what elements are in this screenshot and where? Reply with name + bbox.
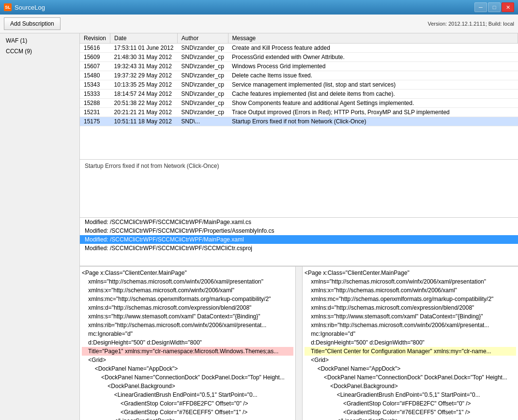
cell-revision: 15231 — [80, 108, 110, 117]
diff-line: </LinearGradientBrush> — [82, 417, 293, 420]
diff-line: d:DesignHeight="500" d:DesignWidth="800" — [305, 338, 516, 347]
cell-author: SND\rzander_cp — [177, 80, 228, 90]
diff-line: mc:Ignorable="d" — [82, 330, 293, 338]
sidebar-item-cccm[interactable]: CCCM (9) — [0, 46, 79, 57]
cell-author: SND\rzander_cp — [177, 62, 228, 71]
col-author: Author — [177, 33, 228, 44]
diff-pane-left[interactable]: <Page x:Class="ClientCenter.MainPage" xm… — [80, 267, 296, 420]
cell-author: SND\rzander_cp — [177, 53, 228, 62]
col-date: Date — [110, 33, 178, 44]
modified-files-area: Modified: /SCCMCliCtrWPF/SCCMCliCtrWPF/M… — [80, 218, 518, 266]
cell-revision: 15609 — [80, 53, 110, 62]
main-content: WAF (1) CCCM (9) Revision Date Author Me… — [0, 33, 518, 420]
sidebar-item-waf[interactable]: WAF (1) — [0, 35, 79, 46]
message-text: Startup Errors fixed if not from Network… — [85, 163, 513, 169]
diff-line: <LinearGradientBrush EndPoint="0.5,1" St… — [305, 390, 516, 399]
table-header-row: Revision Date Author Message — [80, 33, 518, 44]
table-row[interactable]: 1533318:14:57 24 May 2012SND\rzander_cpC… — [80, 90, 518, 99]
cell-author: SND\rzander_cp — [177, 99, 228, 108]
diff-line: </LinearGradientBrush> — [305, 417, 516, 420]
diff-line: <DockPanel Name="ConnectionDock" DockPan… — [305, 373, 516, 382]
table-row[interactable]: 1561617:53:11 01 June 2012SND\rzander_cp… — [80, 44, 518, 53]
add-subscription-button[interactable]: Add Subscription — [4, 17, 61, 30]
cell-date: 17:53:11 01 June 2012 — [110, 44, 178, 53]
diff-line: <Grid> — [305, 356, 516, 364]
col-revision: Revision — [80, 33, 110, 44]
cell-date: 19:37:32 29 May 2012 — [110, 71, 178, 80]
cell-date: 19:32:43 31 May 2012 — [110, 62, 178, 71]
diff-line: <GradientStop Color="#76ECEFF5" Offset="… — [305, 408, 516, 417]
cell-message: Cache features implemented (list and del… — [228, 90, 518, 99]
diff-line: <DockPanel Name="AppDock"> — [82, 364, 293, 373]
right-panel: Revision Date Author Message 1561617:53:… — [80, 33, 518, 420]
cell-date: 10:13:35 25 May 2012 — [110, 80, 178, 90]
diff-line: <Page x:Class="ClientCenter.MainPage" — [305, 269, 516, 277]
revision-table-wrapper[interactable]: Revision Date Author Message 1561617:53:… — [80, 33, 518, 159]
cell-message: Trace Output improved (Errors in Red); H… — [228, 108, 518, 117]
cell-revision: 15480 — [80, 71, 110, 80]
diff-content-left: <Page x:Class="ClientCenter.MainPage" xm… — [80, 267, 295, 420]
cell-message: Windows Process Grid implemented — [228, 62, 518, 71]
diff-area: <Page x:Class="ClientCenter.MainPage" xm… — [80, 266, 518, 420]
table-row[interactable]: 1548019:37:32 29 May 2012SND\rzander_cpD… — [80, 71, 518, 80]
diff-line: <DockPanel Name="ConnectionDock" DockPan… — [82, 373, 293, 382]
cell-message: Create and Kill Process feature added — [228, 44, 518, 53]
message-area: Startup Errors fixed if not from Network… — [80, 160, 518, 218]
diff-line: <DockPanel.Background> — [82, 382, 293, 390]
revision-area: Revision Date Author Message 1561617:53:… — [80, 33, 518, 160]
diff-line: <DockPanel Name="AppDock"> — [305, 364, 516, 373]
modified-file-item[interactable]: Modified: /SCCMCliCtrWPF/SCCMCliCtrWPF/M… — [80, 218, 518, 226]
modified-file-item[interactable]: Modified: /SCCMCliCtrWPF/SCCMCliCtrWPF/M… — [80, 235, 518, 244]
title-bar-left: SL SourceLog — [4, 3, 45, 11]
diff-line: xmlns:s="http://www.stemasoft.com/xaml" … — [82, 312, 293, 321]
table-row[interactable]: 1528820:51:38 22 May 2012SND\rzander_cpS… — [80, 99, 518, 108]
diff-line: xmlns="http://schemas.microsoft.com/winf… — [82, 277, 293, 286]
diff-line: xmlns:s="http://www.stemasoft.com/xaml" … — [305, 312, 516, 321]
diff-line: xmlns:d="http://schemas.microsoft.com/ex… — [305, 303, 516, 312]
cell-revision: 15175 — [80, 117, 110, 126]
diff-line: <GradientStop Color="#FFD8E2FC" Offset="… — [305, 399, 516, 408]
diff-pane-right[interactable]: <Page x:Class="ClientCenter.MainPage" xm… — [303, 267, 518, 420]
modified-file-item[interactable]: Modified: /SCCMCliCtrWPF/SCCMCliCtrWPF/P… — [80, 226, 518, 235]
diff-line: <GradientStop Color="#76ECEFF5" Offset="… — [82, 408, 293, 417]
cell-author: SND\rzander_cp — [177, 90, 228, 99]
cell-author: SND\rzander_cp — [177, 108, 228, 117]
minimize-button[interactable]: ─ — [474, 2, 487, 12]
diff-line: <GradientStop Color="#FFD8E2FC" Offset="… — [82, 399, 293, 408]
cell-date: 18:14:57 24 May 2012 — [110, 90, 178, 99]
diff-content-right: <Page x:Class="ClientCenter.MainPage" xm… — [303, 267, 518, 420]
diff-line: <LinearGradientBrush EndPoint="0.5,1" St… — [82, 390, 293, 399]
restore-button[interactable]: □ — [488, 2, 501, 12]
window-controls: ─ □ ✕ — [474, 2, 514, 12]
cell-revision: 15333 — [80, 90, 110, 99]
table-row[interactable]: 1560921:48:30 31 May 2012SND\rzander_cpP… — [80, 53, 518, 62]
table-row[interactable]: 1560719:32:43 31 May 2012SND\rzander_cpW… — [80, 62, 518, 71]
cell-date: 20:21:21 21 May 2012 — [110, 108, 178, 117]
diff-line: xmlns="http://schemas.microsoft.com/winf… — [305, 277, 516, 286]
close-button[interactable]: ✕ — [502, 2, 514, 12]
diff-line: <Page x:Class="ClientCenter.MainPage" — [82, 269, 293, 277]
left-panel: WAF (1) CCCM (9) — [0, 33, 80, 420]
cell-revision: 15288 — [80, 99, 110, 108]
diff-line: mc:Ignorable="d" — [305, 330, 516, 338]
diff-line: xmlns:rib="http://schemas.microsoft.com/… — [82, 321, 293, 330]
cell-revision: 15343 — [80, 80, 110, 90]
diff-line: d:DesignHeight="500" d:DesignWidth="800" — [82, 338, 293, 347]
cell-author: SND\... — [177, 117, 228, 126]
table-row[interactable]: 1534310:13:35 25 May 2012SND\rzander_cpS… — [80, 80, 518, 90]
diff-line: xmlns:d="http://schemas.microsoft.com/ex… — [82, 303, 293, 312]
version-label: Version: 2012.12.1.2111; Build: local — [427, 21, 514, 27]
cell-revision: 15607 — [80, 62, 110, 71]
table-row[interactable]: 1523120:21:21 21 May 2012SND\rzander_cpT… — [80, 108, 518, 117]
diff-line: xmlns:rib="http://schemas.microsoft.com/… — [305, 321, 516, 330]
cell-message: Startup Errors fixed if not from Network… — [228, 117, 518, 126]
cell-revision: 15616 — [80, 44, 110, 53]
cell-message: Delete cache Items issue fixed. — [228, 71, 518, 80]
diff-separator — [296, 267, 303, 420]
modified-file-item[interactable]: Modified: /SCCMCliCtrWPF/SCCMCliCtrWPF/S… — [80, 244, 518, 253]
cell-message: ProcessGrid extended with Owner Attribut… — [228, 53, 518, 62]
title-bar: SL SourceLog ─ □ ✕ — [0, 0, 518, 15]
cell-date: 21:48:30 31 May 2012 — [110, 53, 178, 62]
table-row[interactable]: 1517510:51:11 18 May 2012SND\...Startup … — [80, 117, 518, 126]
diff-line: <Grid> — [82, 356, 293, 364]
